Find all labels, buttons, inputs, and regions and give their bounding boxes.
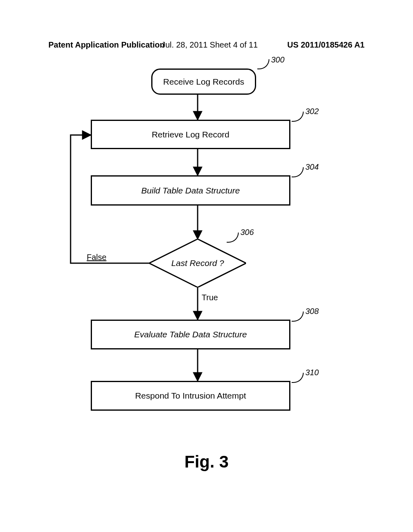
header-publication: Patent Application Publication — [48, 40, 165, 50]
step-build-table-data-structure: Build Table Data Structure — [91, 175, 290, 206]
ref-310: 310 — [305, 368, 319, 377]
ref-304: 304 — [305, 162, 319, 172]
figure-caption-text: Fig. 3 — [184, 452, 229, 471]
edge-label-false: False — [87, 253, 106, 262]
ref-302: 302 — [305, 107, 319, 116]
step-label: Build Table Data Structure — [141, 186, 240, 195]
flowchart-fig3: Receive Log Records 300 Retrieve Log Rec… — [48, 66, 363, 466]
step-label: Receive Log Records — [163, 77, 244, 87]
step-evaluate-table-data-structure: Evaluate Table Data Structure — [91, 320, 290, 349]
step-retrieve-log-record: Retrieve Log Record — [91, 120, 290, 149]
header-date-sheet: Jul. 28, 2011 Sheet 4 of 11 — [161, 40, 258, 50]
decision-last-record: Last Record ? — [149, 239, 246, 287]
decision-label-text: Last Record ? — [171, 258, 224, 268]
figure-caption: Fig. 3 — [0, 452, 413, 472]
step-label: Respond To Intrusion Attempt — [135, 391, 246, 401]
step-respond-to-intrusion-attempt: Respond To Intrusion Attempt — [91, 381, 290, 411]
edge-label-true: True — [202, 293, 218, 302]
ref-300: 300 — [271, 55, 284, 64]
ref-308: 308 — [305, 307, 319, 316]
step-label: Evaluate Table Data Structure — [134, 330, 247, 339]
step-receive-log-records: Receive Log Records — [151, 69, 256, 95]
header-pubnum: US 2011/0185426 A1 — [287, 40, 365, 50]
step-label: Retrieve Log Record — [152, 130, 229, 139]
ref-306: 306 — [240, 228, 254, 237]
